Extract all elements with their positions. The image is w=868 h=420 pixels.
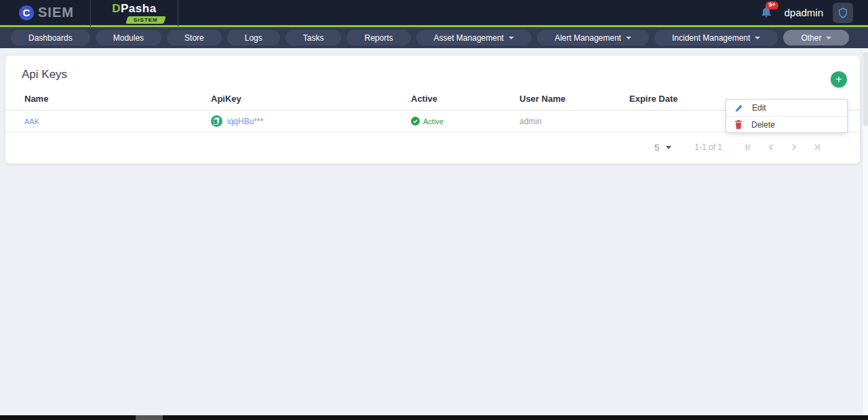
dpasha-logo-text: DPasha <box>112 2 156 16</box>
check-circle-icon <box>411 117 420 126</box>
chevron-left-icon <box>766 142 776 153</box>
nav-label: Store <box>184 33 204 43</box>
next-page-button[interactable] <box>787 140 801 154</box>
column-header-apikey: ApiKey <box>205 91 406 111</box>
column-header-user-name: User Name <box>514 91 624 111</box>
nav-item-store[interactable]: Store <box>167 30 222 45</box>
nav-label: Alert Management <box>555 33 621 43</box>
previous-page-button[interactable] <box>764 140 778 154</box>
delete-menu-label: Delete <box>751 120 775 130</box>
trash-icon <box>734 120 743 129</box>
column-header-name: Name <box>5 91 205 111</box>
nav-item-asset-management[interactable]: Asset Management <box>416 30 532 45</box>
chevron-down-icon <box>626 37 631 39</box>
user-name-value: admin <box>514 111 624 132</box>
siem-logo: C SIEM <box>0 5 90 20</box>
notification-count-badge: 9+ <box>766 1 778 9</box>
chevron-down-icon <box>826 37 831 39</box>
horizontal-scrollbar-thumb[interactable] <box>136 415 163 420</box>
edit-menu-item[interactable]: Edit <box>726 100 847 116</box>
chevron-down-icon <box>666 146 671 149</box>
first-page-button[interactable] <box>741 140 755 154</box>
apikey-masked-value[interactable]: iqqHBu*** <box>227 117 263 126</box>
page-size-value: 5 <box>654 142 659 153</box>
last-page-button[interactable] <box>810 140 824 154</box>
page-title: Api Keys <box>22 68 844 81</box>
last-page-icon <box>812 142 823 153</box>
api-key-name-link[interactable]: AAK <box>24 117 39 126</box>
nav-item-modules[interactable]: Modules <box>96 30 161 45</box>
vertical-scrollbar-thumb[interactable] <box>863 52 868 126</box>
siem-logo-text: SIEM <box>38 5 74 20</box>
chevron-down-icon <box>755 37 760 39</box>
user-shield-button[interactable] <box>833 3 853 23</box>
nav-item-logs[interactable]: Logs <box>227 30 280 45</box>
first-page-icon <box>743 142 753 153</box>
dpasha-d: D <box>112 2 121 15</box>
nav-label: Incident Management <box>672 33 750 43</box>
nav-label: Logs <box>245 33 262 43</box>
edit-menu-label: Edit <box>752 103 766 113</box>
nav-item-dashboards[interactable]: Dashboards <box>11 30 90 45</box>
chevron-down-icon <box>509 37 514 39</box>
nav-label: Reports <box>364 33 393 43</box>
pencil-icon <box>734 104 743 113</box>
top-bar: C SIEM DPasha SISTEM 9+ dpadmin <box>0 0 868 27</box>
nav-item-alert-management[interactable]: Alert Management <box>537 30 649 45</box>
column-header-active: Active <box>406 91 514 111</box>
nav-item-other[interactable]: Other <box>783 30 849 45</box>
dpasha-rest: Pasha <box>121 2 157 15</box>
chevron-right-icon <box>789 142 800 153</box>
nav-label: Dashboards <box>28 33 73 43</box>
vertical-scrollbar[interactable] <box>862 50 868 415</box>
copy-icon <box>214 117 220 125</box>
add-api-key-button[interactable]: + <box>831 71 847 88</box>
nav-item-incident-management[interactable]: Incident Management <box>654 30 778 45</box>
main-nav: Dashboards Modules Store Logs Tasks Repo… <box>0 27 868 48</box>
dpasha-logo: DPasha SISTEM <box>91 2 178 24</box>
nav-label: Other <box>801 33 821 43</box>
divider <box>178 0 178 26</box>
copy-apikey-button[interactable] <box>211 115 222 127</box>
sistem-badge: SISTEM <box>125 16 165 24</box>
notifications-button[interactable]: 9+ <box>760 5 774 20</box>
username-label[interactable]: dpadmin <box>784 7 823 18</box>
active-status: Active <box>411 117 509 126</box>
row-actions-menu: Edit Delete <box>726 99 848 133</box>
nav-label: Modules <box>113 33 144 43</box>
active-status-label: Active <box>423 117 443 126</box>
pagination-bar: 5 1-1 of 1 <box>5 132 860 157</box>
nav-label: Asset Management <box>434 33 504 43</box>
pagination-range-label: 1-1 of 1 <box>694 142 722 152</box>
horizontal-scrollbar[interactable] <box>0 415 868 420</box>
nav-item-tasks[interactable]: Tasks <box>285 30 342 45</box>
shield-icon <box>837 7 849 19</box>
page-size-select[interactable]: 5 <box>654 142 671 153</box>
nav-label: Tasks <box>303 33 324 43</box>
c-logo-icon: C <box>19 5 34 20</box>
delete-menu-item[interactable]: Delete <box>726 116 847 132</box>
nav-item-reports[interactable]: Reports <box>347 30 410 45</box>
